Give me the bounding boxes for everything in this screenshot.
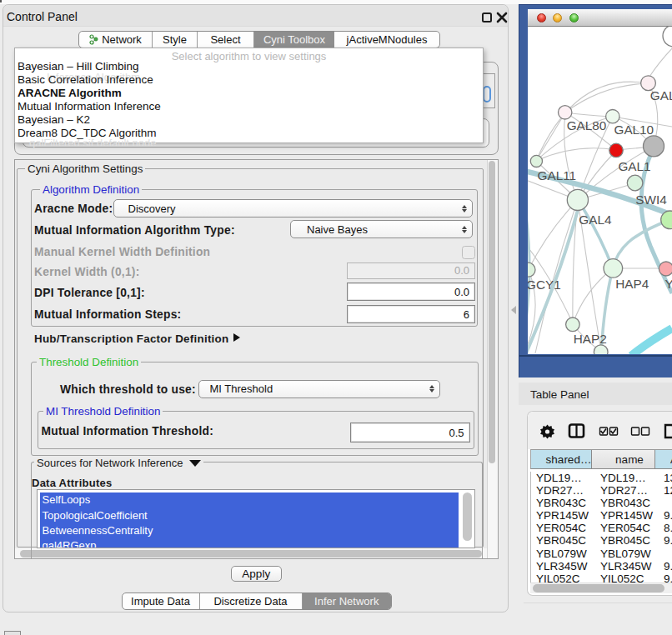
svg-text:GAL10: GAL10 (614, 122, 654, 137)
svg-text:SWI4: SWI4 (635, 192, 667, 207)
svg-text:HAP2: HAP2 (574, 332, 607, 346)
svg-text:GAL11: GAL11 (538, 168, 577, 182)
svg-text:GAL80: GAL80 (567, 118, 607, 132)
svg-text:GAL4: GAL4 (579, 212, 612, 227)
svg-text:YL: YL (665, 277, 672, 291)
svg-text:GAL1: GAL1 (618, 159, 650, 173)
svg-text:HAP4: HAP4 (615, 277, 649, 291)
svg-text:GCY1: GCY1 (528, 278, 561, 292)
svg-text:GAL7: GAL7 (650, 88, 672, 102)
